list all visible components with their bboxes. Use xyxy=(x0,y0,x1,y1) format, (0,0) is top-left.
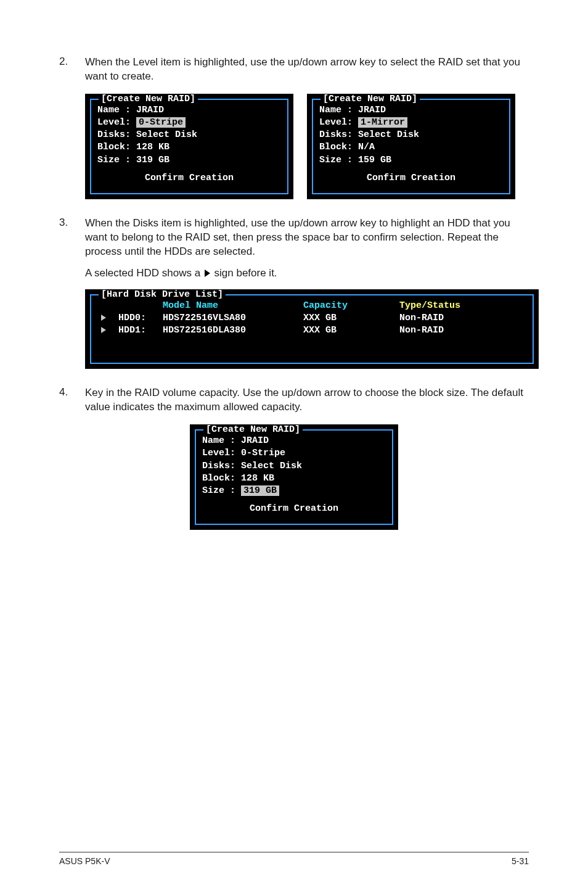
raid-block-row: Block: N/A xyxy=(319,141,503,153)
raid-block-row: Block: 128 KB xyxy=(202,472,386,484)
confirm-creation[interactable]: Confirm Creation xyxy=(319,172,503,184)
step-text: When the Disks item is highlighted, use … xyxy=(85,217,529,259)
raid-disks-row: Disks: Select Disk xyxy=(319,129,503,141)
raid-level-row: Level: 0-Stripe xyxy=(97,117,281,128)
step-3: 3. When the Disks item is highlighted, u… xyxy=(59,217,529,259)
panel-title: Hard Disk Drive List xyxy=(99,289,226,300)
raid-level-value[interactable]: 1-Mirror xyxy=(358,117,407,128)
create-raid-panel-stripe: Create New RAID Name : JRAID Level: 0-St… xyxy=(85,94,293,199)
disk-list-header: Model Name Capacity Type/Status xyxy=(101,300,523,311)
raid-size-row: Size : 319 GB xyxy=(97,154,281,166)
panel-title: Create New RAID xyxy=(321,94,420,104)
raid-level-row: Level: 0-Stripe xyxy=(202,447,386,459)
triangle-icon xyxy=(205,270,210,277)
step-number: 4. xyxy=(59,386,85,415)
page-footer: ASUS P5K-V 5-31 xyxy=(59,852,529,866)
disk-capacity: XXX GB xyxy=(303,324,399,336)
disk-type: Non-RAID xyxy=(399,324,523,336)
step-3-subtext: A selected HDD shows a sign before it. xyxy=(85,266,529,281)
raid-size-row: Size : 319 GB xyxy=(202,485,386,497)
hard-disk-drive-list-panel: Hard Disk Drive List Model Name Capacity… xyxy=(85,289,539,369)
header-model: Model Name xyxy=(163,300,303,311)
disk-model: HDS722516VLSA80 xyxy=(163,312,303,324)
step-2: 2. When the Level item is highlighted, u… xyxy=(59,56,529,84)
step-text: When the Level item is highlighted, use … xyxy=(85,56,529,84)
footer-page-number: 5-31 xyxy=(512,856,529,866)
disk-row[interactable]: HDD0: HDS722516VLSA80 XXX GB Non-RAID xyxy=(101,312,523,324)
disk-row[interactable]: HDD1: HDS722516DLA380 XXX GB Non-RAID xyxy=(101,324,523,336)
create-raid-panel-mirror: Create New RAID Name : JRAID Level: 1-Mi… xyxy=(307,94,515,199)
raid-name-row: Name : JRAID xyxy=(319,104,503,116)
raid-level-panels: Create New RAID Name : JRAID Level: 0-St… xyxy=(85,94,529,199)
header-type-status: Type/Status xyxy=(399,300,523,311)
disk-id: HDD1: xyxy=(118,324,163,336)
raid-level-value[interactable]: 0-Stripe xyxy=(136,117,186,128)
header-capacity: Capacity xyxy=(303,300,399,311)
step-4: 4. Key in the RAID volume capacity. Use … xyxy=(59,386,529,415)
selected-icon xyxy=(101,315,106,321)
step-number: 2. xyxy=(59,56,85,84)
disk-capacity: XXX GB xyxy=(303,312,399,324)
panel-title: Create New RAID xyxy=(203,424,303,435)
footer-model: ASUS P5K-V xyxy=(59,856,110,866)
confirm-creation[interactable]: Confirm Creation xyxy=(202,503,386,514)
panel-title: Create New RAID xyxy=(99,94,198,104)
disk-model: HDS722516DLA380 xyxy=(163,324,303,336)
confirm-creation[interactable]: Confirm Creation xyxy=(97,172,281,184)
step-number: 3. xyxy=(59,217,85,259)
raid-level-row: Level: 1-Mirror xyxy=(319,117,503,128)
disk-type: Non-RAID xyxy=(399,312,523,324)
disk-id: HDD0: xyxy=(118,312,163,324)
raid-size-row: Size : 159 GB xyxy=(319,154,503,166)
raid-name-row: Name : JRAID xyxy=(202,435,386,447)
raid-disks-row: Disks: Select Disk xyxy=(202,460,386,472)
raid-disks-row: Disks: Select Disk xyxy=(97,129,281,141)
selected-icon xyxy=(101,327,106,333)
create-raid-panel-size: Create New RAID Name : JRAID Level: 0-St… xyxy=(190,424,398,530)
step-text: Key in the RAID volume capacity. Use the… xyxy=(85,386,529,415)
raid-block-row: Block: 128 KB xyxy=(97,141,281,153)
raid-size-value[interactable]: 319 GB xyxy=(241,485,279,496)
raid-name-row: Name : JRAID xyxy=(97,104,281,116)
